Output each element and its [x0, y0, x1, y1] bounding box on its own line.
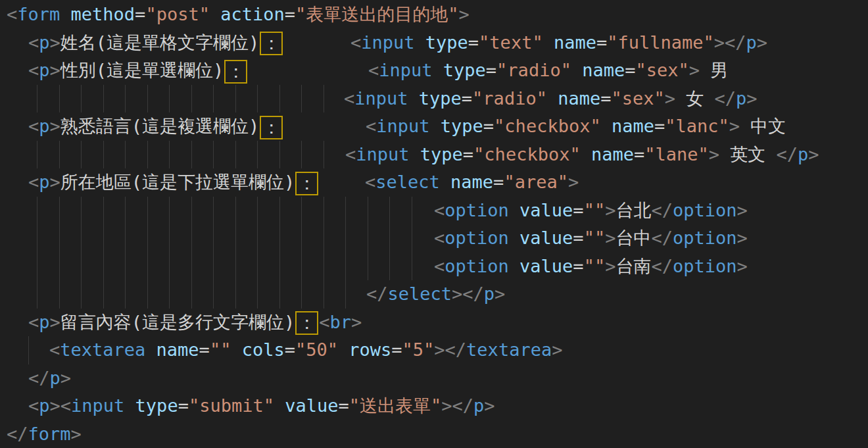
code-line[interactable]: <p>留言內容(這是多行文字欄位)：<br> [0, 309, 868, 337]
code-token-tag: form [28, 424, 71, 444]
indentation [0, 76, 28, 76]
indent-guide-line [103, 224, 104, 253]
code-token-tag: p [39, 60, 49, 80]
code-line[interactable]: <option value="">台中</option> [0, 224, 868, 253]
code-token-text: = [463, 144, 473, 164]
code-token-attribute: method [71, 4, 135, 24]
code-token-text [430, 116, 441, 136]
indent-guide-line [59, 224, 60, 253]
code-token-string: "sex" [635, 60, 688, 80]
code-line[interactable]: <input type="radio" name="sex"> 女 </p> [0, 85, 868, 113]
code-token-text [408, 88, 419, 109]
code-token-punctuation: > [729, 116, 740, 136]
code-line[interactable]: </p> [0, 364, 868, 393]
indent-guide-line [28, 336, 29, 364]
code-token-punctuation: < [49, 339, 60, 360]
code-line[interactable]: <p>熟悉語言(這是複選欄位)：<input type="checkbox" n… [0, 112, 868, 141]
indent-guide-line [37, 85, 37, 113]
indentation [0, 328, 28, 328]
code-token-punctuation: </ [28, 368, 50, 388]
code-token-attribute: name [612, 116, 654, 136]
code-token-punctuation: > [71, 424, 82, 444]
code-token-attribute: type [419, 88, 462, 109]
code-token-tag: option [445, 200, 509, 220]
code-token-attribute: rows [349, 339, 391, 360]
code-token-text: = [468, 32, 479, 53]
code-line[interactable]: <p>姓名(這是單格文字欄位)：<input type="text" name=… [0, 29, 868, 57]
code-token-text [338, 339, 349, 360]
code-line[interactable]: <input type="checkbox" name="lane"> 英文 <… [0, 141, 868, 169]
code-token-punctuation: > [736, 200, 747, 220]
code-token-punctuation: < [434, 228, 445, 248]
indent-guide-line [301, 224, 302, 253]
code-token-text: = [486, 60, 496, 80]
code-line[interactable]: <form method="post" action="表單送出的目的地"> [0, 1, 868, 29]
code-token-text: = [178, 395, 189, 416]
code-token-string: "text" [479, 32, 543, 53]
code-segment: <option value="">台北</option> [434, 197, 748, 225]
indent-guide-line [213, 224, 214, 253]
code-token-tag: p [39, 312, 49, 332]
code-token-tag: p [39, 395, 49, 416]
code-line[interactable]: </form> [0, 420, 868, 448]
indent-guide-line [324, 197, 324, 225]
code-line[interactable]: <option value="">台南</option> [0, 253, 868, 281]
code-line[interactable]: </select></p> [0, 280, 868, 309]
indent-guide-line [59, 141, 60, 169]
code-token-punctuation: </ [651, 256, 673, 276]
indent-guide-line [37, 280, 37, 309]
code-token-punctuation: > [714, 32, 725, 53]
code-line[interactable]: <p>性別(這是單選欄位)：<input type="radio" name="… [0, 57, 868, 85]
code-token-text [581, 144, 591, 164]
code-token-punctuation: > [689, 60, 700, 80]
code-token-tag: p [39, 172, 49, 192]
code-token-text [543, 32, 554, 53]
indent-guide-line [279, 197, 280, 225]
indent-guide-line [345, 197, 346, 225]
code-token-string: "5" [402, 339, 435, 360]
indent-guide-line [81, 253, 82, 281]
code-token-punctuation: </ [462, 284, 484, 304]
code-token-text [601, 116, 612, 136]
code-token-string: "表單送出的目的地" [295, 4, 459, 24]
indent-guide-line [81, 197, 82, 225]
code-token-text: 姓名(這是單格文字欄位) [60, 32, 260, 53]
code-token-punctuation: > [484, 395, 494, 416]
indent-guide-line [103, 197, 104, 225]
indent-guide-line [257, 280, 258, 309]
indent-guide-line [103, 141, 104, 169]
code-token-string: "lane" [644, 144, 709, 164]
code-token-text: = [391, 339, 402, 360]
code-token-punctuation: > [452, 284, 462, 304]
code-token-tag: p [50, 368, 60, 388]
indent-guide-line [213, 85, 214, 113]
indent-guide-line [147, 224, 148, 253]
code-token-punctuation: > [50, 60, 60, 80]
code-token-punctuation: < [28, 116, 39, 136]
code-editor[interactable]: <form method="post" action="表單送出的目的地"><p… [0, 0, 868, 448]
code-token-text: = [634, 144, 644, 164]
code-token-text: 熟悉語言(這是複選欄位) [60, 116, 260, 136]
code-token-string: "checkbox" [473, 144, 581, 164]
indent-guide-line [147, 85, 148, 113]
indent-guide-line [368, 197, 368, 225]
unicode-highlight-colon: ： [295, 311, 318, 335]
code-token-attribute: value [519, 228, 573, 248]
indent-guide-line [279, 85, 280, 113]
code-token-text [124, 395, 135, 416]
code-token-attribute: name [157, 339, 199, 360]
code-token-text: = [199, 339, 210, 360]
code-lines: <form method="post" action="表單送出的目的地"><p… [0, 1, 868, 448]
code-token-punctuation: </ [366, 284, 388, 304]
code-token-punctuation: </ [777, 144, 798, 164]
code-token-tag: textarea [466, 339, 552, 360]
code-line[interactable]: <textarea name="" cols="50" rows="5"></t… [0, 336, 868, 364]
code-token-punctuation: </ [7, 424, 28, 444]
code-token-attribute: type [425, 32, 468, 53]
code-line[interactable]: <p><input type="submit" value="送出表單"></p… [0, 392, 868, 420]
code-line[interactable]: <p>所在地區(這是下拉選單欄位)：<select name="area"> [0, 168, 868, 197]
code-line[interactable]: <option value="">台北</option> [0, 197, 868, 225]
indent-guide-line [412, 224, 412, 253]
indent-guide-line [257, 197, 258, 225]
code-token-punctuation: > [605, 200, 615, 220]
